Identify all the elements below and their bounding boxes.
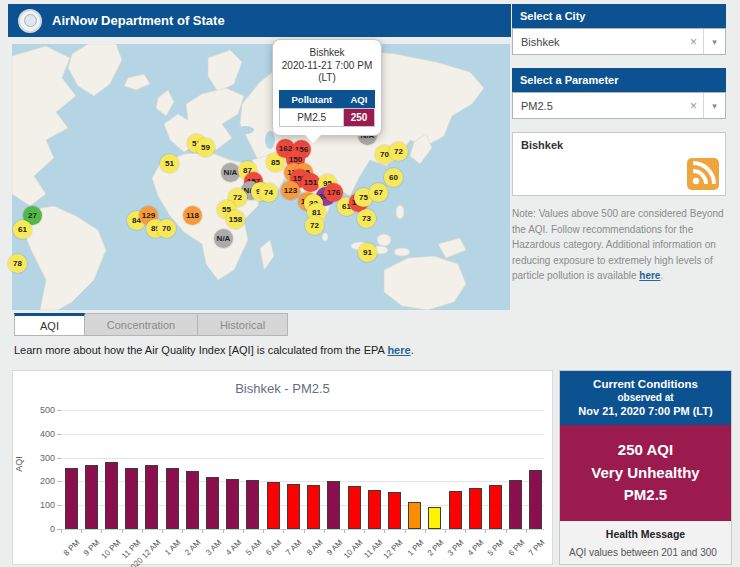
- bar[interactable]: [489, 485, 502, 529]
- aqi-marker[interactable]: 72: [389, 142, 408, 161]
- bar[interactable]: [469, 488, 482, 529]
- x-axis-tick: [122, 529, 123, 533]
- bar[interactable]: [287, 484, 300, 529]
- bar[interactable]: [105, 462, 118, 529]
- x-axis-tick: [142, 529, 143, 533]
- bar[interactable]: [166, 468, 179, 529]
- bar[interactable]: [449, 491, 462, 529]
- bar[interactable]: [186, 471, 199, 529]
- x-axis-tick: [405, 529, 406, 533]
- rss-feed-box: Bishkek: [512, 132, 726, 196]
- cc-aqi-level: Very Unhealthy: [564, 462, 727, 485]
- aqi-marker[interactable]: 123: [281, 181, 300, 200]
- bar[interactable]: [327, 481, 340, 529]
- aqi-chart-panel: Bishkek - PM2.5 01002003004005008 PM9 PM…: [12, 370, 553, 565]
- y-axis-tick-label: 200: [29, 476, 55, 486]
- y-axis-tick: [57, 481, 61, 482]
- y-axis-tick-label: 0: [29, 524, 55, 534]
- x-axis-tick: [465, 529, 466, 533]
- tab-concentration[interactable]: Concentration: [85, 313, 198, 336]
- y-axis-tick-label: 300: [29, 453, 55, 463]
- parameter-select[interactable]: PM2.5 × ▾: [512, 92, 726, 119]
- gridline: [61, 458, 544, 459]
- bar[interactable]: [246, 480, 259, 529]
- city-clear-icon[interactable]: ×: [690, 35, 697, 49]
- bar[interactable]: [65, 468, 78, 529]
- bar[interactable]: [267, 482, 280, 529]
- chevron-down-icon[interactable]: ▾: [703, 29, 725, 54]
- x-axis-tick: [344, 529, 345, 533]
- x-axis-tick: [61, 529, 62, 533]
- x-axis-tick: [506, 529, 507, 533]
- y-axis-tick-label: 400: [29, 429, 55, 439]
- bar[interactable]: [509, 480, 522, 529]
- chevron-down-icon[interactable]: ▾: [703, 93, 725, 118]
- bar[interactable]: [85, 465, 98, 529]
- aqi-header: AQI: [344, 90, 375, 108]
- parameter-clear-icon[interactable]: ×: [690, 99, 697, 113]
- aqi-marker[interactable]: 51: [160, 154, 179, 173]
- current-conditions-header: Current Conditions observed at Nov 21, 2…: [560, 371, 731, 425]
- bar[interactable]: [307, 485, 320, 529]
- x-axis-tick: [324, 529, 325, 533]
- bar[interactable]: [348, 486, 361, 529]
- aqi-marker[interactable]: 118: [183, 206, 202, 225]
- x-axis-tick: [202, 529, 203, 533]
- x-axis-tick: [162, 529, 163, 533]
- dos-seal-icon: [18, 9, 42, 33]
- note-here-link[interactable]: here: [639, 270, 660, 281]
- tooltip-lt: (LT): [279, 72, 375, 85]
- chart-plot-area: 01002003004005008 PM9 PM10 PM11 PM020 12…: [13, 371, 552, 564]
- bar[interactable]: [226, 479, 239, 529]
- cc-aqi-value: 250 AQI: [564, 439, 727, 462]
- aqi-marker[interactable]: 73: [357, 209, 376, 228]
- pollutant-table: Pollutant AQI PM2.5 250: [279, 90, 375, 127]
- aqi-marker[interactable]: N/A: [214, 229, 233, 248]
- aqi-marker[interactable]: 67: [369, 183, 388, 202]
- x-axis-tick: [384, 529, 385, 533]
- x-axis-tick: [283, 529, 284, 533]
- bar[interactable]: [125, 468, 138, 529]
- map-tooltip: Bishkek 2020-11-21 7:00 PM (LT) Pollutan…: [272, 39, 382, 136]
- cc-title: Current Conditions: [564, 378, 727, 390]
- aqi-marker[interactable]: 61: [13, 220, 32, 239]
- x-axis-tick: [364, 529, 365, 533]
- city-select[interactable]: Bishkek × ▾: [512, 28, 726, 55]
- tab-historical[interactable]: Historical: [198, 313, 288, 336]
- aqi-marker[interactable]: 72: [305, 216, 324, 235]
- x-axis-tick: [445, 529, 446, 533]
- tab-bar: AQI Concentration Historical: [14, 313, 288, 336]
- tab-aqi[interactable]: AQI: [14, 313, 85, 336]
- x-axis-tick: [81, 529, 82, 533]
- aqi-marker[interactable]: 74: [259, 183, 278, 202]
- bar[interactable]: [388, 492, 401, 529]
- y-axis-tick: [57, 458, 61, 459]
- aqi-marker[interactable]: 70: [157, 219, 176, 238]
- select-city-header: Select a City: [512, 4, 726, 28]
- rss-city-label: Bishkek: [521, 139, 563, 151]
- x-axis-tick: [485, 529, 486, 533]
- aqi-marker[interactable]: 91: [358, 243, 377, 262]
- aqi-marker[interactable]: N/A: [221, 163, 240, 182]
- epa-here-link[interactable]: here: [387, 344, 410, 356]
- bar[interactable]: [408, 502, 421, 529]
- select-parameter-header: Select a Parameter: [512, 68, 726, 92]
- pollutant-header: Pollutant: [280, 90, 344, 108]
- bar[interactable]: [145, 465, 158, 529]
- rss-icon[interactable]: [687, 158, 719, 190]
- bar[interactable]: [529, 470, 542, 530]
- bar[interactable]: [206, 477, 219, 529]
- bar[interactable]: [368, 490, 381, 529]
- aqi-marker[interactable]: 158: [226, 210, 245, 229]
- cc-datetime: Nov 21, 2020 7:00 PM (LT): [564, 405, 727, 417]
- x-axis-tick: [243, 529, 244, 533]
- world-map[interactable]: 276178841298970118515259N/A87157N/A97747…: [12, 44, 510, 310]
- x-axis-tick: [526, 529, 527, 533]
- aqi-marker[interactable]: 60: [384, 168, 403, 187]
- y-axis-tick: [57, 410, 61, 411]
- bar[interactable]: [428, 507, 441, 529]
- aqi-marker[interactable]: 78: [8, 254, 27, 273]
- aqi-marker[interactable]: 59: [196, 138, 215, 157]
- health-message-title: Health Message: [569, 528, 722, 540]
- y-axis-tick: [57, 505, 61, 506]
